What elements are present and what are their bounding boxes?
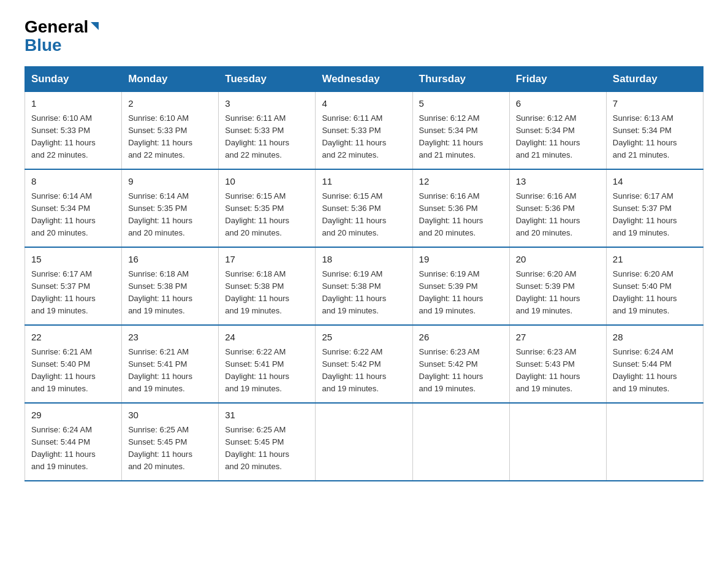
day-number: 13 — [516, 175, 600, 189]
day-number: 28 — [613, 331, 697, 345]
calendar-cell: 17 Sunrise: 6:18 AMSunset: 5:38 PMDaylig… — [219, 247, 316, 325]
calendar-cell: 22 Sunrise: 6:21 AMSunset: 5:40 PMDaylig… — [25, 325, 122, 403]
calendar-cell: 15 Sunrise: 6:17 AMSunset: 5:37 PMDaylig… — [25, 247, 122, 325]
calendar-week-4: 22 Sunrise: 6:21 AMSunset: 5:40 PMDaylig… — [25, 325, 703, 403]
calendar-cell: 2 Sunrise: 6:10 AMSunset: 5:33 PMDayligh… — [122, 92, 219, 170]
day-number: 22 — [31, 331, 115, 345]
calendar-cell: 5 Sunrise: 6:12 AMSunset: 5:34 PMDayligh… — [412, 92, 509, 170]
day-number: 19 — [419, 253, 503, 267]
calendar-cell: 26 Sunrise: 6:23 AMSunset: 5:42 PMDaylig… — [412, 325, 509, 403]
calendar-cell: 20 Sunrise: 6:20 AMSunset: 5:39 PMDaylig… — [509, 247, 606, 325]
calendar-cell: 30 Sunrise: 6:25 AMSunset: 5:45 PMDaylig… — [122, 403, 219, 481]
calendar-cell: 9 Sunrise: 6:14 AMSunset: 5:35 PMDayligh… — [122, 169, 219, 247]
day-number: 2 — [128, 97, 212, 111]
day-info: Sunrise: 6:14 AMSunset: 5:34 PMDaylight:… — [31, 190, 115, 240]
day-info: Sunrise: 6:21 AMSunset: 5:41 PMDaylight:… — [128, 346, 212, 396]
day-number: 3 — [225, 97, 309, 111]
calendar-header-saturday: Saturday — [606, 67, 703, 92]
calendar-cell: 28 Sunrise: 6:24 AMSunset: 5:44 PMDaylig… — [606, 325, 703, 403]
calendar-header-friday: Friday — [509, 67, 606, 92]
day-number: 17 — [225, 253, 309, 267]
day-info: Sunrise: 6:15 AMSunset: 5:35 PMDaylight:… — [225, 190, 309, 240]
calendar-cell: 21 Sunrise: 6:20 AMSunset: 5:40 PMDaylig… — [606, 247, 703, 325]
calendar-cell: 31 Sunrise: 6:25 AMSunset: 5:45 PMDaylig… — [219, 403, 316, 481]
logo-blue: Blue — [25, 37, 62, 54]
day-info: Sunrise: 6:19 AMSunset: 5:39 PMDaylight:… — [419, 268, 503, 318]
calendar-cell: 11 Sunrise: 6:15 AMSunset: 5:36 PMDaylig… — [316, 169, 412, 247]
calendar-cell: 8 Sunrise: 6:14 AMSunset: 5:34 PMDayligh… — [25, 169, 122, 247]
calendar-week-1: 1 Sunrise: 6:10 AMSunset: 5:33 PMDayligh… — [25, 92, 703, 170]
day-info: Sunrise: 6:11 AMSunset: 5:33 PMDaylight:… — [322, 112, 406, 162]
calendar-cell: 12 Sunrise: 6:16 AMSunset: 5:36 PMDaylig… — [412, 169, 509, 247]
day-number: 29 — [31, 408, 115, 423]
day-info: Sunrise: 6:23 AMSunset: 5:42 PMDaylight:… — [419, 346, 503, 396]
calendar-week-5: 29 Sunrise: 6:24 AMSunset: 5:44 PMDaylig… — [25, 403, 703, 481]
day-info: Sunrise: 6:21 AMSunset: 5:40 PMDaylight:… — [31, 346, 115, 396]
day-info: Sunrise: 6:10 AMSunset: 5:33 PMDaylight:… — [31, 112, 115, 162]
day-info: Sunrise: 6:10 AMSunset: 5:33 PMDaylight:… — [128, 112, 212, 162]
day-number: 7 — [613, 97, 697, 111]
calendar-header-monday: Monday — [122, 67, 219, 92]
day-number: 1 — [31, 97, 115, 111]
day-number: 10 — [225, 175, 309, 189]
calendar-header-thursday: Thursday — [412, 67, 509, 92]
calendar-header-wednesday: Wednesday — [316, 67, 412, 92]
calendar-cell: 24 Sunrise: 6:22 AMSunset: 5:41 PMDaylig… — [219, 325, 316, 403]
day-info: Sunrise: 6:24 AMSunset: 5:44 PMDaylight:… — [613, 346, 697, 396]
calendar-cell: 7 Sunrise: 6:13 AMSunset: 5:34 PMDayligh… — [606, 92, 703, 170]
day-info: Sunrise: 6:25 AMSunset: 5:45 PMDaylight:… — [128, 424, 212, 473]
day-info: Sunrise: 6:14 AMSunset: 5:35 PMDaylight:… — [128, 190, 212, 240]
logo-arrow-icon — [91, 22, 99, 30]
calendar-cell: 29 Sunrise: 6:24 AMSunset: 5:44 PMDaylig… — [25, 403, 122, 481]
day-info: Sunrise: 6:19 AMSunset: 5:38 PMDaylight:… — [322, 268, 406, 318]
calendar-table: SundayMondayTuesdayWednesdayThursdayFrid… — [25, 66, 703, 481]
calendar-cell: 1 Sunrise: 6:10 AMSunset: 5:33 PMDayligh… — [25, 92, 122, 170]
day-number: 9 — [128, 175, 212, 189]
calendar-cell: 16 Sunrise: 6:18 AMSunset: 5:38 PMDaylig… — [122, 247, 219, 325]
page-header: General Blue — [25, 18, 703, 54]
day-info: Sunrise: 6:20 AMSunset: 5:40 PMDaylight:… — [613, 268, 697, 318]
day-info: Sunrise: 6:18 AMSunset: 5:38 PMDaylight:… — [128, 268, 212, 318]
logo: General Blue — [25, 18, 99, 54]
calendar-cell — [509, 403, 606, 481]
day-number: 31 — [225, 408, 309, 423]
day-info: Sunrise: 6:13 AMSunset: 5:34 PMDaylight:… — [613, 112, 697, 162]
day-number: 24 — [225, 331, 309, 345]
day-number: 4 — [322, 97, 406, 111]
day-number: 23 — [128, 331, 212, 345]
calendar-cell: 25 Sunrise: 6:22 AMSunset: 5:42 PMDaylig… — [316, 325, 412, 403]
calendar-week-3: 15 Sunrise: 6:17 AMSunset: 5:37 PMDaylig… — [25, 247, 703, 325]
calendar-cell: 6 Sunrise: 6:12 AMSunset: 5:34 PMDayligh… — [509, 92, 606, 170]
day-info: Sunrise: 6:22 AMSunset: 5:42 PMDaylight:… — [322, 346, 406, 396]
day-number: 11 — [322, 175, 406, 189]
day-info: Sunrise: 6:24 AMSunset: 5:44 PMDaylight:… — [31, 424, 115, 473]
day-info: Sunrise: 6:23 AMSunset: 5:43 PMDaylight:… — [516, 346, 600, 396]
day-info: Sunrise: 6:16 AMSunset: 5:36 PMDaylight:… — [516, 190, 600, 240]
calendar-cell: 3 Sunrise: 6:11 AMSunset: 5:33 PMDayligh… — [219, 92, 316, 170]
calendar-cell: 27 Sunrise: 6:23 AMSunset: 5:43 PMDaylig… — [509, 325, 606, 403]
calendar-header-row: SundayMondayTuesdayWednesdayThursdayFrid… — [25, 67, 703, 92]
day-number: 20 — [516, 253, 600, 267]
day-number: 14 — [613, 175, 697, 189]
calendar-cell: 23 Sunrise: 6:21 AMSunset: 5:41 PMDaylig… — [122, 325, 219, 403]
day-number: 12 — [419, 175, 503, 189]
day-number: 25 — [322, 331, 406, 345]
day-number: 15 — [31, 253, 115, 267]
day-info: Sunrise: 6:12 AMSunset: 5:34 PMDaylight:… — [419, 112, 503, 162]
day-number: 26 — [419, 331, 503, 345]
day-info: Sunrise: 6:25 AMSunset: 5:45 PMDaylight:… — [225, 424, 309, 473]
day-info: Sunrise: 6:16 AMSunset: 5:36 PMDaylight:… — [419, 190, 503, 240]
day-number: 18 — [322, 253, 406, 267]
day-number: 27 — [516, 331, 600, 345]
day-info: Sunrise: 6:12 AMSunset: 5:34 PMDaylight:… — [516, 112, 600, 162]
day-number: 21 — [613, 253, 697, 267]
day-info: Sunrise: 6:20 AMSunset: 5:39 PMDaylight:… — [516, 268, 600, 318]
day-number: 16 — [128, 253, 212, 267]
day-number: 5 — [419, 97, 503, 111]
calendar-cell — [412, 403, 509, 481]
calendar-cell: 13 Sunrise: 6:16 AMSunset: 5:36 PMDaylig… — [509, 169, 606, 247]
calendar-header-sunday: Sunday — [25, 67, 122, 92]
calendar-cell — [606, 403, 703, 481]
calendar-week-2: 8 Sunrise: 6:14 AMSunset: 5:34 PMDayligh… — [25, 169, 703, 247]
calendar-cell: 10 Sunrise: 6:15 AMSunset: 5:35 PMDaylig… — [219, 169, 316, 247]
